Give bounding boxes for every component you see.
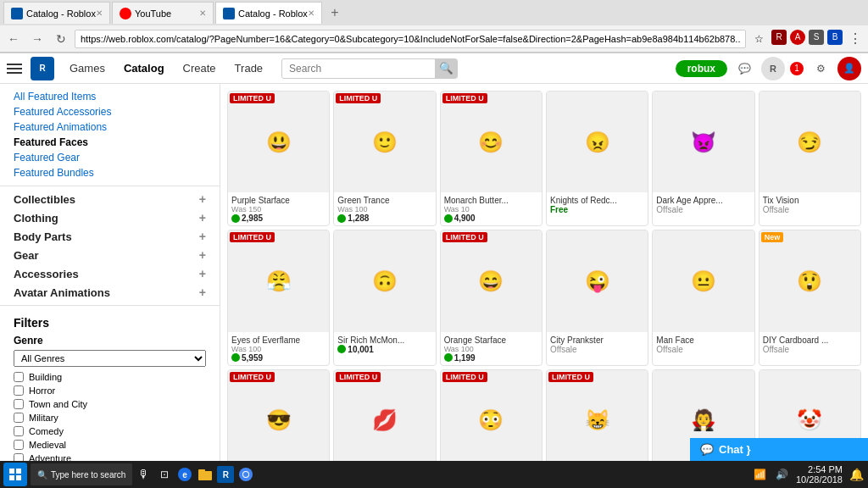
chat-icon[interactable]: 💬 — [732, 57, 756, 80]
taskbar-browser[interactable]: e — [176, 466, 193, 483]
genre-military-check[interactable] — [14, 413, 24, 423]
sidebar-collectibles-label: Collectibles — [14, 193, 75, 206]
catalog-item[interactable]: LIMITED U 💋 Grandma's Lips... Was 10 26,… — [333, 369, 436, 462]
taskbar-roblox[interactable]: R — [217, 466, 234, 483]
ext-icon-2[interactable]: A — [790, 30, 805, 45]
ext-icon-1[interactable]: R — [771, 30, 787, 45]
catalog-item[interactable]: LIMITED U 😤 Eyes of Everflame Was 100 5,… — [227, 230, 330, 365]
item-price: 5,959 — [231, 353, 326, 363]
item-image: 🙃 — [334, 230, 435, 331]
taskbar-file-explorer[interactable] — [197, 466, 214, 483]
refresh-button[interactable]: ↻ — [51, 29, 71, 49]
catalog-item[interactable]: LIMITED U 😎 Imagine Was 15 4,399 — [227, 369, 330, 462]
sidebar-featured-accessories[interactable]: Featured Accessories — [0, 104, 220, 119]
sidebar-clothing[interactable]: Clothing + — [0, 208, 220, 227]
catalog-item[interactable]: LIMITED U 😳 Red Glowing Eyes Was 10 194,… — [440, 369, 542, 462]
catalog-item[interactable]: LIMITED U 🙂 Green Trance Was 100 1,288 — [333, 91, 436, 226]
genre-building-check[interactable] — [14, 372, 24, 382]
genre-medieval-check[interactable] — [14, 440, 24, 450]
catalog-item[interactable]: 😜 City Prankster Offsale — [546, 230, 648, 365]
gear-expand[interactable]: + — [199, 248, 206, 262]
nav-create[interactable]: Create — [175, 58, 225, 78]
avatar-expand[interactable]: + — [199, 286, 206, 299]
back-button[interactable]: ← — [3, 29, 24, 49]
catalog-item[interactable]: New 😲 DIY Cardboard ... Offsale — [759, 230, 861, 365]
robux-icon — [231, 214, 240, 223]
collectibles-expand[interactable]: + — [199, 192, 206, 206]
catalog-item[interactable]: LIMITED U 😄 Orange Starface Was 100 1,19… — [440, 230, 542, 365]
nav-trade[interactable]: Trade — [226, 58, 271, 78]
taskbar-chrome[interactable] — [237, 466, 254, 483]
search-button[interactable]: 🔍 — [435, 59, 457, 78]
accessories-expand[interactable]: + — [199, 267, 206, 280]
taskbar-volume[interactable]: 🔊 — [774, 466, 791, 483]
item-price: Offsale — [763, 205, 857, 214]
taskbar-search-label: Type here to search — [51, 470, 125, 480]
limited-badge: LIMITED U — [230, 93, 275, 103]
user-avatar[interactable]: 👤 — [837, 57, 861, 80]
catalog-grid: LIMITED U 😃 Purple Starface Was 150 2,98… — [227, 91, 861, 462]
tab-1-close[interactable]: ✕ — [96, 8, 103, 18]
nav-games[interactable]: Games — [61, 58, 114, 78]
tab-2[interactable]: YouTube ✕ — [112, 2, 214, 24]
chrome-menu[interactable]: ⋮ — [846, 30, 865, 48]
forward-button[interactable]: → — [27, 29, 47, 49]
taskbar-task-view[interactable]: ⊡ — [156, 466, 173, 483]
bookmark-icon[interactable]: ☆ — [749, 30, 768, 48]
sidebar-accessories[interactable]: Accessories + — [0, 264, 220, 283]
taskbar-notifications[interactable]: 🔔 — [848, 466, 865, 483]
start-button[interactable] — [3, 463, 27, 486]
clothing-expand[interactable]: + — [199, 211, 206, 225]
catalog-item[interactable]: LIMITED U 😃 Purple Starface Was 150 2,98… — [227, 91, 330, 226]
tab-3[interactable]: Catalog - Roblox ✕ — [215, 2, 322, 24]
item-face: 👿 — [653, 92, 754, 192]
app-nav: Games Catalog Create Trade — [61, 58, 271, 78]
app-right: robux 💬 R 1 ⚙ 👤 — [676, 57, 861, 80]
genre-select[interactable]: All Genres — [14, 350, 206, 367]
address-bar[interactable] — [75, 30, 746, 48]
catalog-item[interactable]: 😐 Man Face Offsale — [652, 230, 754, 365]
item-image: LIMITED U 😊 — [441, 92, 542, 192]
sidebar-featured-gear[interactable]: Featured Gear — [0, 150, 220, 165]
taskbar-search[interactable]: 🔍 Type here to search — [31, 463, 132, 485]
sidebar-gear[interactable]: Gear + — [0, 246, 220, 264]
sidebar-all-featured[interactable]: All Featured Items — [0, 89, 220, 104]
robux-button[interactable]: robux — [676, 60, 727, 77]
genre-horror-check[interactable] — [14, 385, 24, 396]
sidebar-featured-faces[interactable]: Featured Faces — [0, 135, 220, 150]
genre-town-check[interactable] — [14, 399, 24, 409]
catalog-item[interactable]: LIMITED U 😊 Monarch Butter... Was 10 4,9… — [440, 91, 542, 226]
catalog-item[interactable]: 👿 Dark Age Appre... Offsale — [652, 91, 754, 226]
ext-icon-4[interactable]: B — [827, 30, 843, 45]
tab-1[interactable]: Catalog - Roblox ✕ — [3, 2, 110, 24]
friends-icon[interactable]: R — [761, 57, 785, 80]
body-parts-expand[interactable]: + — [199, 230, 206, 243]
catalog-item[interactable]: LIMITED U 😸 Green Super Ha... Was 10 5,9… — [546, 369, 648, 462]
genre-comedy-check[interactable] — [14, 426, 24, 436]
taskbar-wifi[interactable]: 📶 — [752, 466, 769, 483]
tab-3-close[interactable]: ✕ — [308, 8, 314, 18]
tab-2-close[interactable]: ✕ — [199, 8, 206, 18]
menu-toggle[interactable] — [7, 58, 27, 79]
chat-bar[interactable]: 💬 Chat } — [690, 438, 868, 461]
sidebar-featured-bundles[interactable]: Featured Bundles — [0, 165, 220, 180]
new-tab-button[interactable]: + — [324, 2, 346, 24]
item-info: Man Face Offsale — [653, 332, 754, 357]
catalog-item[interactable]: 🙃 Sir Rich McMon... 10,001 — [333, 230, 436, 365]
nav-catalog[interactable]: Catalog — [115, 58, 173, 78]
sidebar-body-parts[interactable]: Body Parts + — [0, 227, 220, 246]
sidebar-avatar-animations[interactable]: Avatar Animations + — [0, 283, 220, 302]
catalog-item[interactable]: 😏 Tix Vision Offsale — [759, 91, 861, 226]
settings-icon[interactable]: ⚙ — [809, 57, 832, 80]
ext-icon-3[interactable]: S — [809, 30, 824, 45]
sidebar-collectibles[interactable]: Collectibles + — [0, 190, 220, 208]
tab-1-label: Catalog - Roblox — [26, 8, 96, 19]
search-input[interactable] — [282, 60, 435, 77]
taskbar-cortana[interactable]: 🎙 — [136, 466, 153, 483]
catalog-item[interactable]: 😠 Knights of Redc... Free — [546, 91, 648, 226]
sidebar-accessories-label: Accessories — [14, 268, 79, 280]
sidebar-featured-animations[interactable]: Featured Animations — [0, 119, 220, 135]
item-face: 😲 — [760, 230, 860, 331]
genre-title: Genre — [14, 335, 206, 347]
notification-badge[interactable]: 1 — [790, 62, 804, 75]
